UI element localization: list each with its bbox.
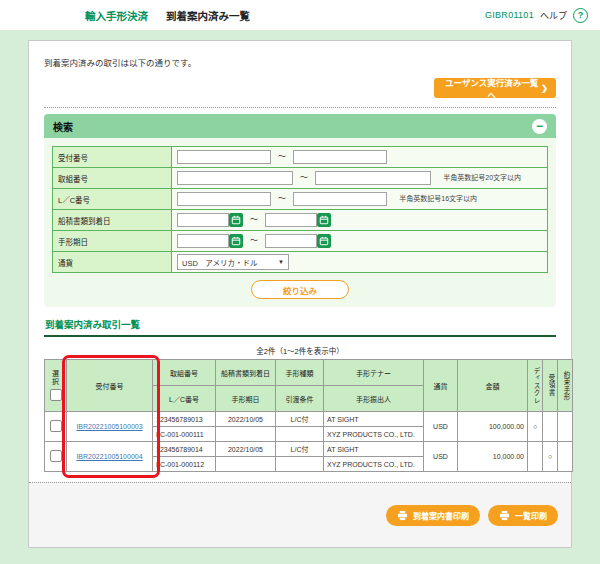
chevron-right-icon: ❯ [541,84,548,93]
discrepancy-column-header: ディスクレ [528,360,543,412]
deal-no-note: 半角英数記号20文字以内 [443,174,521,181]
receipt-no-to-input[interactable] [293,150,387,164]
form-row-due-date: 手形期日 ～ [53,231,548,252]
deal-no-to-input[interactable] [315,171,431,185]
arrival-date-cell: 2022/10/05 [216,442,276,457]
search-panel: 検索 − 受付番号 ～ 取組 [44,114,556,307]
minus-icon: − [536,120,543,132]
receipt-no-from-input[interactable] [177,150,271,164]
tilde-separator: ～ [278,152,286,161]
search-form: 受付番号 ～ 取組番号 ～ [52,146,548,273]
calendar-icon [319,215,329,225]
filter-row: 絞り込み [52,273,548,303]
form-row-arrival-date: 船積書類到着日 ～ [53,210,548,231]
currency-cell: USD [424,442,458,472]
due-date-from-input[interactable] [177,234,229,248]
lc-no-column-header: L／C番号 [153,386,216,412]
bill-type-cell: L/C付 [276,442,324,457]
lc-no-note: 半角英数記号16文字以内 [399,195,477,202]
due-date-fields: ～ [172,231,548,252]
amount-cell: 10,000.00 [458,442,528,472]
delivery-terms-cell [276,427,324,442]
calendar-icon [231,236,241,246]
form-row-lc-no: L／C番号 ～ 半角英数記号16文字以内 [53,189,548,210]
dropdown-arrow-icon: ▼ [278,259,284,265]
row-checkbox[interactable] [50,450,62,462]
transactions-table-wrap: 選択 受付番号 取組番号 船積書類到着日 手形種類 手形テナー 通貨 金額 ディ… [44,359,572,472]
tenor-column-header: 手形テナー [324,360,424,386]
print-list-button[interactable]: 一覧印刷 [488,505,558,526]
filter-button[interactable]: 絞り込み [251,280,349,299]
row-checkbox[interactable] [50,420,62,432]
transactions-table: 選択 受付番号 取組番号 船積書類到着日 手形種類 手形テナー 通貨 金額 ディ… [44,359,573,472]
drawer-cell: XYZ PRODUCTS CO., LTD. [324,457,424,472]
discrepancy-cell [528,442,543,472]
calendar-button[interactable] [317,213,331,227]
receipt-no-link[interactable]: IBR20221005100003 [76,423,142,430]
amount-column-header: 金額 [458,360,528,412]
screen-id: GIBR01101 [485,10,534,20]
arrival-date-fields: ～ [172,210,548,231]
printer-icon [499,510,510,521]
tilde-separator: ～ [250,215,258,224]
print-arrival-notice-label: 到着案内書印刷 [413,510,469,521]
arrival-date-to-input[interactable] [265,213,317,227]
promissory-note-header-label: 約束手形 [561,371,571,401]
receipt-doc-cell [543,412,558,442]
card-body: 到着案内済みの取引は以下の通りです。 ユーザンス実行済み一覧へ ❯ 検索 − 受… [29,41,571,482]
deal-no-from-input[interactable] [177,171,293,185]
card-footer: 到着案内書印刷 一覧印刷 [29,482,571,547]
print-list-label: 一覧印刷 [515,510,547,521]
help-label[interactable]: ヘルプ [540,9,567,22]
topbar-right: GIBR01101 ヘルプ ? [485,8,588,23]
divider [44,107,556,108]
deal-no-cell: 123456789013 [153,412,216,427]
search-panel-header: 検索 − [44,114,556,138]
receipt-no-label: 受付番号 [53,147,172,168]
page-background: 到着案内済みの取引は以下の通りです。 ユーザンス実行済み一覧へ ❯ 検索 − 受… [0,30,600,564]
arrival-date-from-input[interactable] [177,213,229,227]
select-column-header: 選択 [45,360,67,412]
lc-no-from-input[interactable] [177,192,271,206]
calendar-button[interactable] [229,213,243,227]
receipt-no-link[interactable]: IBR20221005100004 [76,453,142,460]
select-header-label: 選択 [52,370,59,386]
delivery-terms-column-header: 引渡条件 [276,386,324,412]
usance-row: ユーザンス実行済み一覧へ ❯ [44,78,556,98]
arrival-date-cell: 2022/10/05 [216,412,276,427]
collapse-button[interactable]: − [532,119,547,134]
discrepancy-header-label: ディスクレ [531,367,541,405]
currency-select[interactable]: USD アメリカ・ドル ▼ [177,254,289,270]
due-date-cell [216,427,276,442]
due-date-label: 手形期日 [53,231,172,252]
tilde-separator: ～ [278,194,286,203]
receipt-no-cell: IBR20221005100003 [67,412,153,442]
form-row-currency: 通貨 USD アメリカ・ドル ▼ [53,252,548,273]
bill-type-cell: L/C付 [276,412,324,427]
table-header-row-1: 選択 受付番号 取組番号 船積書類到着日 手形種類 手形テナー 通貨 金額 ディ… [45,360,573,386]
due-date-to-input[interactable] [265,234,317,248]
currency-column-header: 通貨 [424,360,458,412]
bill-type-column-header: 手形種類 [276,360,324,386]
lc-no-cell: LC-001-000112 [153,457,216,472]
print-arrival-notice-button[interactable]: 到着案内書印刷 [386,505,480,526]
calendar-button[interactable] [317,234,331,248]
receipt-doc-cell: ○ [543,442,558,472]
lc-no-to-input[interactable] [293,192,387,206]
usance-list-button[interactable]: ユーザンス実行済み一覧へ ❯ [434,78,556,98]
promissory-note-cell [558,412,573,442]
app-title: 輸入手形決済 [85,8,148,23]
deal-no-label: 取組番号 [53,168,172,189]
tilde-separator: ～ [250,236,258,245]
arrival-date-label: 船積書類到着日 [53,210,172,231]
tilde-separator: ～ [300,173,308,182]
deal-no-fields: ～ 半角英数記号20文字以内 [172,168,548,189]
currency-label: 通貨 [53,252,172,273]
list-section-title: 到着案内済み取引一覧 [44,317,556,337]
calendar-button[interactable] [229,234,243,248]
receipt-no-column-header: 受付番号 [67,360,153,412]
deal-no-column-header: 取組番号 [153,360,216,386]
help-icon[interactable]: ? [573,8,588,23]
select-all-checkbox[interactable] [50,389,62,401]
currency-select-value: USD アメリカ・ドル [182,257,257,268]
